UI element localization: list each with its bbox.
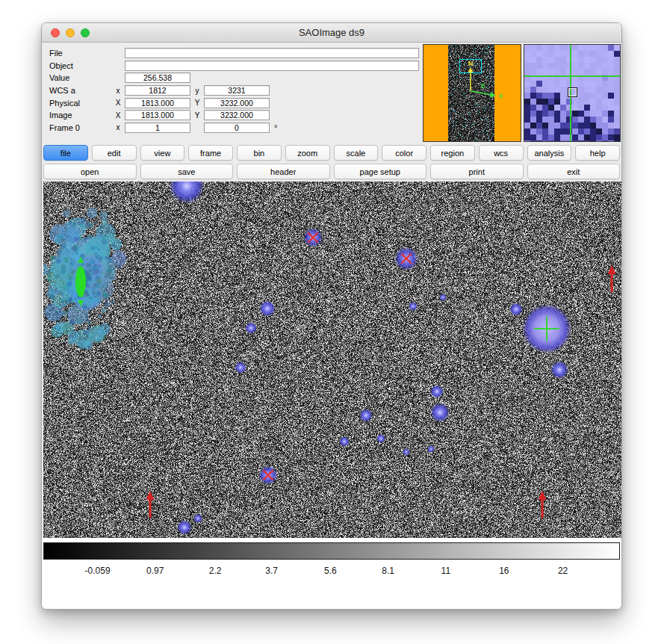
image-display — [42, 181, 621, 538]
menu-button-view[interactable]: view — [140, 145, 185, 161]
physical-y-label: Y — [190, 99, 204, 107]
title-bar[interactable]: SAOImage ds9 — [42, 23, 621, 43]
colorbar-tick: 5.6 — [324, 566, 337, 576]
colorbar-tick: 2.2 — [209, 566, 222, 576]
image-x-label: X — [111, 111, 125, 120]
value-field[interactable] — [125, 72, 190, 83]
panner-canvas[interactable] — [423, 45, 521, 141]
traffic-lights — [42, 28, 90, 37]
menu-button-scale[interactable]: scale — [334, 145, 379, 161]
physical-y-field[interactable] — [204, 98, 270, 108]
colorbar-tick: 8.1 — [382, 566, 394, 576]
menu-button-file[interactable]: file — [43, 145, 88, 161]
image-x-field[interactable] — [125, 110, 190, 120]
value-label: Value — [49, 73, 111, 82]
ds9-window: SAOImage ds9 File Object Value WCS a x y… — [41, 22, 622, 610]
menu-button-region[interactable]: region — [430, 145, 475, 161]
menu-button-frame[interactable]: frame — [188, 145, 233, 161]
wcs-y-label: y — [190, 87, 204, 95]
save-button[interactable]: save — [140, 164, 234, 179]
header-button[interactable]: header — [237, 164, 330, 179]
physical-label: Physical — [49, 99, 111, 108]
menu-button-analysis[interactable]: analysis — [527, 145, 572, 161]
menu-bar: file edit view frame bin zoom scale colo… — [42, 143, 621, 162]
menu-button-edit[interactable]: edit — [92, 145, 137, 161]
colorbar-tick: 3.7 — [265, 566, 278, 576]
object-field[interactable] — [125, 61, 419, 71]
image-y-label: Y — [190, 111, 204, 120]
page-setup-button[interactable]: page setup — [334, 164, 427, 179]
menu-button-help[interactable]: help — [575, 145, 620, 161]
exit-button[interactable]: exit — [527, 164, 621, 179]
colorbar-section: -0.059 0.97 2.2 3.7 5.6 8.1 11 16 22 — [42, 538, 621, 583]
info-panel: File Object Value WCS a x y Physical X Y — [42, 43, 621, 143]
physical-x-label: X — [111, 99, 125, 107]
menu-button-wcs[interactable]: wcs — [479, 145, 524, 161]
magnifier-canvas — [524, 45, 620, 141]
frame-rotation-field[interactable] — [204, 123, 270, 133]
magnifier — [524, 44, 621, 142]
menu-button-zoom[interactable]: zoom — [285, 145, 330, 161]
file-toolbar: open save header page setup print exit — [42, 162, 621, 181]
image-canvas[interactable] — [43, 182, 621, 538]
colorbar-tick: 16 — [499, 566, 509, 576]
close-button[interactable] — [51, 28, 60, 37]
menu-button-bin[interactable]: bin — [237, 145, 282, 161]
window-footer — [42, 583, 621, 609]
file-field[interactable] — [125, 48, 419, 58]
object-label: Object — [49, 61, 111, 70]
degree-symbol: ° — [274, 123, 277, 132]
file-label: File — [49, 49, 111, 58]
menu-button-color[interactable]: color — [382, 145, 426, 161]
image-label: Image — [49, 111, 111, 120]
colorbar-tick: 22 — [558, 566, 568, 576]
wcs-label: WCS a — [49, 86, 111, 95]
colorbar-tick: -0.059 — [85, 566, 111, 576]
minimize-button[interactable] — [66, 28, 75, 37]
open-button[interactable]: open — [43, 164, 137, 179]
maximize-button[interactable] — [81, 28, 90, 37]
wcs-x-label: x — [111, 87, 125, 95]
colorbar[interactable] — [43, 542, 620, 560]
colorbar-ticks: -0.059 0.97 2.2 3.7 5.6 8.1 11 16 22 — [43, 560, 620, 583]
frame-zoom-field[interactable] — [125, 123, 190, 133]
panner[interactable] — [423, 44, 521, 142]
physical-x-field[interactable] — [125, 98, 190, 108]
frame-zoom-label: x — [111, 123, 125, 131]
wcs-y-field[interactable] — [204, 85, 270, 96]
colorbar-tick: 0.97 — [146, 566, 164, 576]
frame-label: Frame 0 — [49, 123, 111, 132]
colorbar-tick: 11 — [441, 566, 450, 576]
window-title: SAOImage ds9 — [42, 27, 621, 38]
wcs-x-field[interactable] — [125, 85, 190, 96]
print-button[interactable]: print — [430, 164, 524, 179]
image-y-field[interactable] — [204, 110, 270, 120]
